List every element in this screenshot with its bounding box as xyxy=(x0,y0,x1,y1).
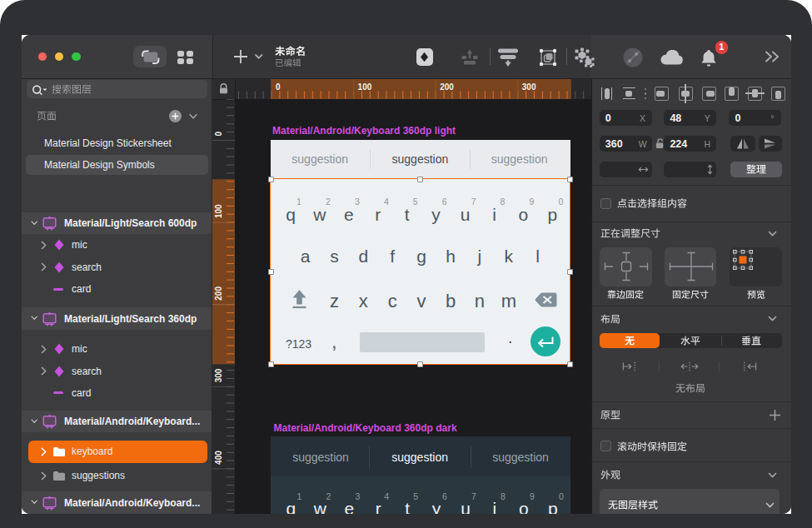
svg-text:0: 0 xyxy=(214,132,223,137)
svg-text:200: 200 xyxy=(440,82,454,92)
svg-text:400: 400 xyxy=(214,451,223,465)
svg-text:100: 100 xyxy=(214,204,223,218)
svg-text:200: 200 xyxy=(214,286,223,301)
svg-text:0: 0 xyxy=(276,82,281,92)
svg-text:300: 300 xyxy=(522,82,536,92)
svg-text:300: 300 xyxy=(214,368,223,382)
svg-text:100: 100 xyxy=(358,82,372,92)
